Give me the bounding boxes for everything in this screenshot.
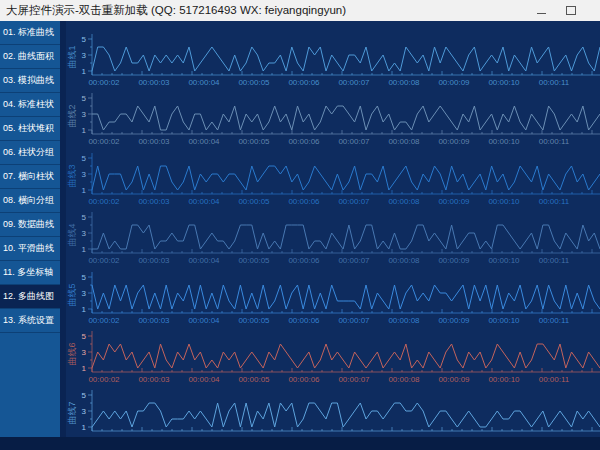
sidebar-item-08[interactable]: 08. 横向分组 — [0, 189, 60, 213]
series-title: 曲线5 — [67, 283, 77, 306]
line-chart-2[interactable]: 曲线213500:00:0200:00:0300:00:0400:00:0500… — [66, 80, 600, 146]
line-chart-1[interactable]: 曲线113500:00:0200:00:0300:00:0400:00:0500… — [66, 21, 600, 87]
chart-row-1: 曲线113500:00:0200:00:0300:00:0400:00:0500… — [66, 21, 600, 81]
y-tick-label: 1 — [82, 186, 87, 195]
chart-row-7: 曲线7135 — [66, 377, 600, 437]
y-tick-label: 1 — [82, 305, 87, 314]
sidebar-item-02[interactable]: 02. 曲线面积 — [0, 45, 60, 69]
series-line — [92, 285, 600, 309]
sidebar-item-11[interactable]: 11. 多坐标轴 — [0, 261, 60, 285]
y-tick-label: 3 — [82, 348, 87, 357]
y-tick-label: 3 — [82, 289, 87, 298]
sidebar-item-09[interactable]: 09. 数据曲线 — [0, 213, 60, 237]
y-tick-label: 5 — [82, 213, 87, 222]
series-title: 曲线7 — [67, 402, 77, 425]
sidebar-item-04[interactable]: 04. 标准柱状 — [0, 93, 60, 117]
y-tick-label: 3 — [82, 229, 87, 238]
y-tick-label: 3 — [82, 170, 87, 179]
y-tick-label: 3 — [82, 110, 87, 119]
minimize-icon — [537, 13, 546, 14]
y-tick-label: 5 — [82, 94, 87, 103]
y-tick-label: 5 — [82, 273, 87, 282]
chart-row-5: 曲线513500:00:0200:00:0300:00:0400:00:0500… — [66, 259, 600, 319]
series-line — [92, 47, 600, 71]
app-window: 大屏控件演示-双击重新加载 (QQ: 517216493 WX: feiyang… — [0, 0, 600, 450]
series-line — [92, 106, 600, 130]
chart-row-6: 曲线613500:00:0200:00:0300:00:0400:00:0500… — [66, 318, 600, 378]
line-chart-6[interactable]: 曲线613500:00:0200:00:0300:00:0400:00:0500… — [66, 318, 600, 384]
y-tick-label: 5 — [82, 332, 87, 341]
y-tick-label: 1 — [82, 126, 87, 135]
y-tick-label: 1 — [82, 67, 87, 76]
series-line — [92, 344, 600, 368]
window-controls — [526, 0, 586, 21]
series-line — [92, 403, 600, 427]
line-chart-7[interactable]: 曲线7135 — [66, 377, 600, 443]
sidebar-menu: 01. 标准曲线02. 曲线面积03. 模拟曲线04. 标准柱状05. 柱状堆积… — [0, 21, 60, 437]
series-title: 曲线4 — [67, 224, 77, 247]
y-tick-label: 1 — [82, 423, 87, 432]
sidebar-item-13[interactable]: 13. 系统设置 — [0, 309, 60, 333]
y-tick-label: 5 — [82, 154, 87, 163]
sidebar-item-12[interactable]: 12. 多曲线图 — [0, 285, 60, 309]
sidebar-item-07[interactable]: 07. 横向柱状 — [0, 165, 60, 189]
sidebar-item-01[interactable]: 01. 标准曲线 — [0, 21, 60, 45]
chart-row-4: 曲线413500:00:0200:00:0300:00:0400:00:0500… — [66, 199, 600, 259]
series-title: 曲线6 — [67, 342, 77, 365]
series-title: 曲线1 — [67, 45, 77, 68]
maximize-icon — [566, 6, 576, 15]
series-title: 曲线3 — [67, 164, 77, 187]
chart-panel: 曲线113500:00:0200:00:0300:00:0400:00:0500… — [66, 21, 600, 437]
line-chart-4[interactable]: 曲线413500:00:0200:00:0300:00:0400:00:0500… — [66, 199, 600, 265]
line-chart-3[interactable]: 曲线313500:00:0200:00:0300:00:0400:00:0500… — [66, 140, 600, 206]
sidebar-item-10[interactable]: 10. 平滑曲线 — [0, 237, 60, 261]
window-title: 大屏控件演示-双击重新加载 (QQ: 517216493 WX: feiyang… — [0, 3, 346, 18]
chart-row-2: 曲线213500:00:0200:00:0300:00:0400:00:0500… — [66, 80, 600, 140]
sidebar-item-05[interactable]: 05. 柱状堆积 — [0, 117, 60, 141]
y-tick-label: 1 — [82, 245, 87, 254]
chart-row-3: 曲线313500:00:0200:00:0300:00:0400:00:0500… — [66, 140, 600, 200]
minimize-button[interactable] — [526, 0, 556, 21]
y-tick-label: 5 — [82, 35, 87, 44]
sidebar-item-06[interactable]: 06. 柱状分组 — [0, 141, 60, 165]
series-title: 曲线2 — [67, 105, 77, 128]
line-chart-5[interactable]: 曲线513500:00:0200:00:0300:00:0400:00:0500… — [66, 259, 600, 325]
y-tick-label: 1 — [82, 364, 87, 373]
sidebar-item-03[interactable]: 03. 模拟曲线 — [0, 69, 60, 93]
series-line — [92, 225, 600, 249]
y-tick-label: 5 — [82, 391, 87, 400]
maximize-button[interactable] — [556, 0, 586, 21]
series-line — [92, 166, 600, 190]
title-bar: 大屏控件演示-双击重新加载 (QQ: 517216493 WX: feiyang… — [0, 0, 600, 21]
bottom-strip — [0, 437, 600, 450]
y-tick-label: 3 — [82, 51, 87, 60]
y-tick-label: 3 — [82, 407, 87, 416]
